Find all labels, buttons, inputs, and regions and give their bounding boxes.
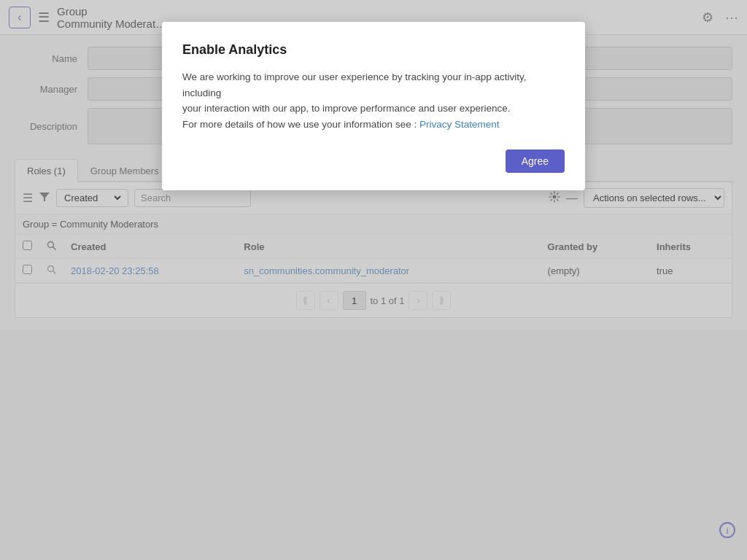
modal-body-text-1: We are working to improve our user exper… [182,71,526,98]
modal-body-text-3: For more details of how we use your info… [182,119,417,130]
enable-analytics-modal: Enable Analytics We are working to impro… [162,22,585,190]
modal-footer: Agree [182,149,565,173]
modal-overlay: Enable Analytics We are working to impro… [0,0,747,560]
agree-button[interactable]: Agree [506,149,565,173]
privacy-statement-link[interactable]: Privacy Statement [419,119,500,130]
modal-body-text-2: your interaction with our app, to improv… [182,103,511,114]
modal-title: Enable Analytics [182,42,565,58]
modal-body: We are working to improve our user exper… [182,69,565,132]
